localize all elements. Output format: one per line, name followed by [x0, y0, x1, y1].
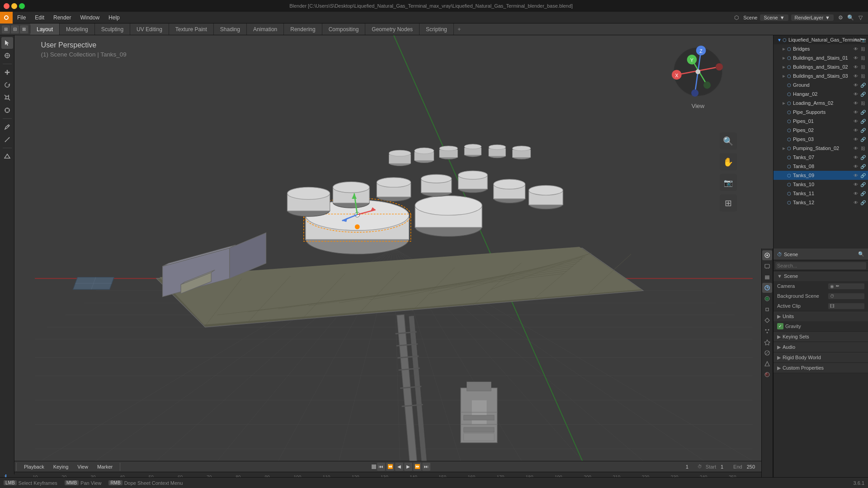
- tab-compositing[interactable]: Compositing: [322, 23, 366, 35]
- scene-selector[interactable]: Scene ▼: [760, 14, 788, 21]
- prop-tab-render[interactable]: [762, 250, 772, 260]
- eye-toggle-icon[interactable]: 👁: [853, 127, 859, 133]
- visibility-icon[interactable]: 🔗: [860, 136, 866, 142]
- visibility-icon[interactable]: 🔗: [860, 172, 866, 178]
- tl-marker-menu[interactable]: Marker: [94, 464, 115, 469]
- prop-tab-material[interactable]: [762, 370, 772, 380]
- outliner-item[interactable]: ⬡Hangar_02👁🔗: [774, 89, 868, 99]
- tab-uv-editing[interactable]: UV Editing: [130, 23, 169, 35]
- eye-toggle-icon[interactable]: 👁: [853, 145, 859, 151]
- visibility-icon[interactable]: ⛓: [860, 100, 866, 106]
- rigid-body-header[interactable]: ▶ Rigid Body World: [774, 352, 868, 362]
- tab-modeling[interactable]: Modeling: [60, 23, 95, 35]
- blender-logo[interactable]: [0, 12, 13, 23]
- background-scene-value[interactable]: ⏱: [828, 293, 864, 299]
- eye-toggle-icon[interactable]: 👁: [853, 136, 859, 142]
- eye-toggle-icon[interactable]: 👁: [853, 91, 859, 97]
- prop-search-icon[interactable]: 🔍: [858, 251, 864, 257]
- menu-render[interactable]: Render: [49, 12, 75, 23]
- jump-to-end-button[interactable]: ⏭: [422, 463, 430, 471]
- workspace-icon-3[interactable]: ⊠: [20, 25, 28, 33]
- tl-keying-menu[interactable]: Keying: [51, 464, 71, 469]
- play-button[interactable]: ▶: [404, 463, 412, 471]
- prop-tab-scene[interactable]: [762, 283, 772, 293]
- camera-value[interactable]: ◉ ✏: [828, 283, 864, 289]
- eye-toggle-icon[interactable]: 👁: [853, 100, 859, 106]
- search-icon[interactable]: 🔍: [846, 14, 854, 22]
- play-reverse-button[interactable]: ◀: [395, 463, 403, 471]
- outliner-item[interactable]: ▶⬡Loading_Arms_02👁⛓: [774, 99, 868, 108]
- eye-toggle-icon[interactable]: 👁: [853, 118, 859, 124]
- units-section-header[interactable]: ▶ Units: [774, 311, 868, 321]
- visibility-icon[interactable]: ⛓: [860, 64, 866, 70]
- outliner-item[interactable]: ⬡Tanks_07👁🔗: [774, 153, 868, 162]
- tab-texture-paint[interactable]: Texture Paint: [169, 23, 214, 35]
- eye-icon[interactable]: 👁: [853, 37, 859, 43]
- eye-toggle-icon[interactable]: 👁: [853, 181, 859, 188]
- outliner-item[interactable]: ▶⬡Buildings_and_Stairs_01👁⛓: [774, 53, 868, 62]
- outliner-item[interactable]: ⬡Ground👁🔗: [774, 80, 868, 89]
- outliner-item[interactable]: ⬡Tanks_12👁🔗: [774, 198, 868, 207]
- rotate-tool[interactable]: [1, 79, 13, 91]
- menu-window[interactable]: Window: [75, 12, 104, 23]
- visibility-icon[interactable]: ⛓: [860, 55, 866, 61]
- visibility-icon[interactable]: 🔗: [860, 109, 866, 115]
- tl-playback-menu[interactable]: Playback: [21, 464, 47, 469]
- tl-view-menu[interactable]: View: [75, 464, 91, 469]
- add-primitive-tool[interactable]: [1, 150, 13, 162]
- visibility-icon[interactable]: 🔗: [860, 163, 866, 169]
- outliner-item[interactable]: ⬡Tanks_11👁🔗: [774, 189, 868, 198]
- filter-icon[interactable]: ▽: [856, 14, 864, 22]
- select-tool[interactable]: [1, 37, 13, 49]
- visibility-icon[interactable]: 🔗: [860, 181, 866, 188]
- tab-scripting[interactable]: Scripting: [420, 23, 454, 35]
- eye-toggle-icon[interactable]: 👁: [853, 163, 859, 169]
- eye-toggle-icon[interactable]: 👁: [853, 73, 859, 79]
- visibility-icon[interactable]: 🔗: [860, 91, 866, 97]
- menu-edit[interactable]: Edit: [30, 12, 49, 23]
- eye-toggle-icon[interactable]: 👁: [853, 199, 859, 206]
- eye-toggle-icon[interactable]: 👁: [853, 109, 859, 115]
- tab-layout[interactable]: Layout: [30, 23, 60, 35]
- prop-tab-physics[interactable]: [762, 337, 772, 347]
- close-button[interactable]: [4, 3, 9, 9]
- keying-sets-header[interactable]: ▶ Keying Sets: [774, 332, 868, 342]
- visibility-icon[interactable]: 🔗: [860, 199, 866, 206]
- camera-icon[interactable]: 📷: [860, 37, 866, 43]
- prop-tab-world[interactable]: [762, 294, 772, 304]
- tab-shading[interactable]: Shading: [214, 23, 247, 35]
- custom-props-header[interactable]: ▶ Custom Properties: [774, 363, 868, 373]
- workspace-icon-2[interactable]: ⊟: [11, 25, 19, 33]
- prop-tab-constraints[interactable]: [762, 348, 772, 358]
- gravity-checkbox[interactable]: ✓: [777, 323, 783, 329]
- move-tool[interactable]: [1, 66, 13, 78]
- visibility-icon[interactable]: ⛓: [860, 145, 866, 151]
- jump-to-start-button[interactable]: ⏮: [377, 463, 385, 471]
- step-forward-button[interactable]: ⏩: [413, 463, 421, 471]
- scene-section-header[interactable]: ▼ Scene: [774, 271, 868, 281]
- prop-tab-output[interactable]: [762, 261, 772, 271]
- eye-toggle-icon[interactable]: 👁: [853, 172, 859, 178]
- visibility-icon[interactable]: ⛓: [860, 73, 866, 79]
- visibility-icon[interactable]: 🔗: [860, 190, 866, 197]
- tab-rendering[interactable]: Rendering: [284, 23, 322, 35]
- visibility-icon[interactable]: 🔗: [860, 118, 866, 124]
- outliner-item[interactable]: ⬡Tanks_09👁🔗: [774, 171, 868, 180]
- active-clip-value[interactable]: 🎞: [828, 303, 864, 309]
- audio-header[interactable]: ▶ Audio: [774, 342, 868, 352]
- 3d-viewport[interactable]: User Perspective (1) Scene Collection | …: [14, 35, 773, 461]
- outliner-item[interactable]: ⬡Tanks_10👁🔗: [774, 180, 868, 189]
- scale-tool[interactable]: [1, 92, 13, 103]
- eye-toggle-icon[interactable]: 👁: [853, 46, 859, 52]
- cursor-tool[interactable]: [1, 50, 13, 61]
- tab-geometry-nodes[interactable]: Geometry Nodes: [365, 23, 420, 35]
- prop-tab-view-layer[interactable]: [762, 272, 772, 282]
- outliner-item[interactable]: ▶⬡Bridges👁⛓: [774, 44, 868, 53]
- visibility-icon[interactable]: 🔗: [860, 154, 866, 160]
- outliner-item[interactable]: ⬡Pipe_Supports👁🔗: [774, 108, 868, 117]
- eye-toggle-icon[interactable]: 👁: [853, 55, 859, 61]
- outliner-item[interactable]: ⬡Tanks_08👁🔗: [774, 162, 868, 171]
- outliner-item[interactable]: ▶⬡Buildings_and_Stairs_02👁⛓: [774, 62, 868, 71]
- outliner-scene-item[interactable]: ▼ ⬡ Liquefied_Natural_Gas_Terminal 👁 📷: [774, 35, 868, 44]
- renderlayer-selector[interactable]: RenderLayer ▼: [791, 14, 834, 21]
